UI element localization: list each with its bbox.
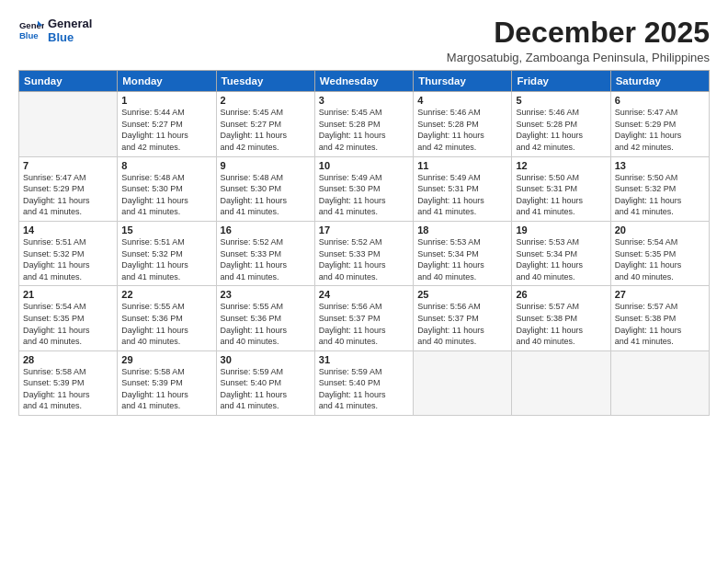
week-row-5: 28Sunrise: 5:58 AMSunset: 5:39 PMDayligh… xyxy=(19,350,710,415)
cell-week3-day5: 18Sunrise: 5:53 AMSunset: 5:34 PMDayligh… xyxy=(414,221,512,285)
day-detail: Sunrise: 5:47 AMSunset: 5:29 PMDaylight:… xyxy=(23,172,113,218)
cell-week4-day6: 26Sunrise: 5:57 AMSunset: 5:38 PMDayligh… xyxy=(512,286,610,350)
cell-week1-day3: 2Sunrise: 5:45 AMSunset: 5:27 PMDaylight… xyxy=(216,92,314,156)
day-number: 30 xyxy=(221,354,311,365)
day-number: 13 xyxy=(615,160,705,171)
day-detail: Sunrise: 5:45 AMSunset: 5:27 PMDaylight:… xyxy=(221,107,311,153)
cell-week1-day7: 6Sunrise: 5:47 AMSunset: 5:29 PMDaylight… xyxy=(610,92,709,156)
day-number: 4 xyxy=(417,95,507,106)
cell-week4-day3: 23Sunrise: 5:55 AMSunset: 5:36 PMDayligh… xyxy=(216,286,314,350)
cell-week5-day6 xyxy=(512,350,610,415)
day-detail: Sunrise: 5:45 AMSunset: 5:28 PMDaylight:… xyxy=(319,107,409,153)
col-thursday: Thursday xyxy=(414,71,512,92)
col-friday: Friday xyxy=(512,71,610,92)
header: General Blue General Blue December 2025 … xyxy=(18,17,710,64)
day-detail: Sunrise: 5:53 AMSunset: 5:34 PMDaylight:… xyxy=(417,236,507,282)
cell-week2-day6: 12Sunrise: 5:50 AMSunset: 5:31 PMDayligh… xyxy=(512,156,610,221)
day-number: 9 xyxy=(221,160,311,171)
day-number: 29 xyxy=(121,354,211,365)
cell-week5-day5 xyxy=(414,350,512,415)
cell-week3-day7: 20Sunrise: 5:54 AMSunset: 5:35 PMDayligh… xyxy=(610,221,709,285)
cell-week5-day1: 28Sunrise: 5:58 AMSunset: 5:39 PMDayligh… xyxy=(19,350,118,415)
cell-week1-day6: 5Sunrise: 5:46 AMSunset: 5:28 PMDaylight… xyxy=(512,92,610,156)
day-detail: Sunrise: 5:52 AMSunset: 5:33 PMDaylight:… xyxy=(319,236,409,282)
col-saturday: Saturday xyxy=(610,71,709,92)
week-row-3: 14Sunrise: 5:51 AMSunset: 5:32 PMDayligh… xyxy=(19,221,710,285)
col-wednesday: Wednesday xyxy=(314,71,413,92)
day-detail: Sunrise: 5:46 AMSunset: 5:28 PMDaylight:… xyxy=(417,107,507,153)
day-number: 26 xyxy=(516,289,606,300)
day-detail: Sunrise: 5:54 AMSunset: 5:35 PMDaylight:… xyxy=(615,236,705,282)
logo-icon: General Blue xyxy=(18,17,44,43)
day-number: 31 xyxy=(319,354,409,365)
title-block: December 2025 Margosatubig, Zamboanga Pe… xyxy=(447,17,710,64)
day-detail: Sunrise: 5:54 AMSunset: 5:35 PMDaylight:… xyxy=(23,301,113,347)
day-detail: Sunrise: 5:52 AMSunset: 5:33 PMDaylight:… xyxy=(221,236,311,282)
week-row-2: 7Sunrise: 5:47 AMSunset: 5:29 PMDaylight… xyxy=(19,156,710,221)
day-detail: Sunrise: 5:50 AMSunset: 5:32 PMDaylight:… xyxy=(615,172,705,218)
day-detail: Sunrise: 5:47 AMSunset: 5:29 PMDaylight:… xyxy=(615,107,705,153)
location-subtitle: Margosatubig, Zamboanga Peninsula, Phili… xyxy=(447,51,710,64)
day-number: 18 xyxy=(417,224,507,236)
col-tuesday: Tuesday xyxy=(216,71,314,92)
day-detail: Sunrise: 5:46 AMSunset: 5:28 PMDaylight:… xyxy=(516,107,606,153)
day-number: 6 xyxy=(615,95,705,106)
day-number: 14 xyxy=(23,224,113,236)
day-detail: Sunrise: 5:48 AMSunset: 5:30 PMDaylight:… xyxy=(221,172,311,218)
day-number: 22 xyxy=(121,289,211,300)
day-detail: Sunrise: 5:58 AMSunset: 5:39 PMDaylight:… xyxy=(121,366,211,412)
svg-text:Blue: Blue xyxy=(19,30,39,40)
cell-week2-day7: 13Sunrise: 5:50 AMSunset: 5:32 PMDayligh… xyxy=(610,156,709,221)
cell-week1-day4: 3Sunrise: 5:45 AMSunset: 5:28 PMDaylight… xyxy=(314,92,413,156)
cell-week4-day4: 24Sunrise: 5:56 AMSunset: 5:37 PMDayligh… xyxy=(314,286,413,350)
day-number: 28 xyxy=(23,354,113,365)
day-detail: Sunrise: 5:53 AMSunset: 5:34 PMDaylight:… xyxy=(516,236,606,282)
day-number: 27 xyxy=(615,289,705,300)
day-number: 23 xyxy=(221,289,311,300)
cell-week2-day4: 10Sunrise: 5:49 AMSunset: 5:30 PMDayligh… xyxy=(314,156,413,221)
day-number: 24 xyxy=(319,289,409,300)
day-number: 3 xyxy=(319,95,409,106)
cell-week1-day1 xyxy=(19,92,118,156)
month-title: December 2025 xyxy=(447,17,710,49)
cell-week5-day3: 30Sunrise: 5:59 AMSunset: 5:40 PMDayligh… xyxy=(216,350,314,415)
day-detail: Sunrise: 5:51 AMSunset: 5:32 PMDaylight:… xyxy=(121,236,211,282)
day-number: 20 xyxy=(615,224,705,236)
cell-week2-day3: 9Sunrise: 5:48 AMSunset: 5:30 PMDaylight… xyxy=(216,156,314,221)
cell-week5-day7 xyxy=(610,350,709,415)
cell-week3-day3: 16Sunrise: 5:52 AMSunset: 5:33 PMDayligh… xyxy=(216,221,314,285)
cell-week3-day1: 14Sunrise: 5:51 AMSunset: 5:32 PMDayligh… xyxy=(19,221,118,285)
day-detail: Sunrise: 5:59 AMSunset: 5:40 PMDaylight:… xyxy=(221,366,311,412)
day-detail: Sunrise: 5:55 AMSunset: 5:36 PMDaylight:… xyxy=(221,301,311,347)
calendar-table: Sunday Monday Tuesday Wednesday Thursday… xyxy=(18,70,710,416)
day-number: 15 xyxy=(121,224,211,236)
day-number: 8 xyxy=(121,160,211,171)
week-row-4: 21Sunrise: 5:54 AMSunset: 5:35 PMDayligh… xyxy=(19,286,710,350)
logo-general: General xyxy=(48,17,92,30)
cell-week4-day2: 22Sunrise: 5:55 AMSunset: 5:36 PMDayligh… xyxy=(118,286,216,350)
day-detail: Sunrise: 5:49 AMSunset: 5:30 PMDaylight:… xyxy=(319,172,409,218)
day-detail: Sunrise: 5:57 AMSunset: 5:38 PMDaylight:… xyxy=(615,301,705,347)
day-number: 25 xyxy=(417,289,507,300)
day-detail: Sunrise: 5:59 AMSunset: 5:40 PMDaylight:… xyxy=(319,366,409,412)
day-number: 1 xyxy=(121,95,211,106)
day-detail: Sunrise: 5:44 AMSunset: 5:27 PMDaylight:… xyxy=(121,107,211,153)
day-detail: Sunrise: 5:58 AMSunset: 5:39 PMDaylight:… xyxy=(23,366,113,412)
cell-week5-day4: 31Sunrise: 5:59 AMSunset: 5:40 PMDayligh… xyxy=(314,350,413,415)
calendar-header-row: Sunday Monday Tuesday Wednesday Thursday… xyxy=(19,71,710,92)
logo: General Blue General Blue xyxy=(18,17,92,44)
day-number: 16 xyxy=(221,224,311,236)
day-detail: Sunrise: 5:57 AMSunset: 5:38 PMDaylight:… xyxy=(516,301,606,347)
cell-week2-day1: 7Sunrise: 5:47 AMSunset: 5:29 PMDaylight… xyxy=(19,156,118,221)
cell-week4-day7: 27Sunrise: 5:57 AMSunset: 5:38 PMDayligh… xyxy=(610,286,709,350)
day-detail: Sunrise: 5:55 AMSunset: 5:36 PMDaylight:… xyxy=(121,301,211,347)
day-detail: Sunrise: 5:56 AMSunset: 5:37 PMDaylight:… xyxy=(417,301,507,347)
day-number: 2 xyxy=(221,95,311,106)
cell-week5-day2: 29Sunrise: 5:58 AMSunset: 5:39 PMDayligh… xyxy=(118,350,216,415)
cell-week4-day1: 21Sunrise: 5:54 AMSunset: 5:35 PMDayligh… xyxy=(19,286,118,350)
cell-week1-day5: 4Sunrise: 5:46 AMSunset: 5:28 PMDaylight… xyxy=(414,92,512,156)
day-number: 7 xyxy=(23,160,113,171)
cell-week3-day2: 15Sunrise: 5:51 AMSunset: 5:32 PMDayligh… xyxy=(118,221,216,285)
day-number: 19 xyxy=(516,224,606,236)
day-number: 5 xyxy=(516,95,606,106)
